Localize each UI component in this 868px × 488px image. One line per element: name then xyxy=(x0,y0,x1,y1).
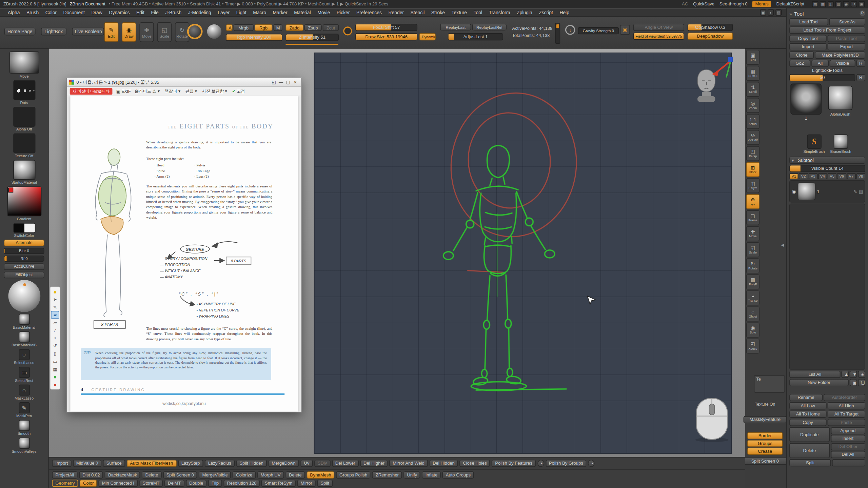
tool-button[interactable]: All xyxy=(811,60,829,67)
current-tool-thumbnail[interactable] xyxy=(790,84,821,115)
mask-by-feature-button[interactable]: MaskByFeature xyxy=(744,416,787,423)
bottom-shelf-button[interactable]: Polish By Groups xyxy=(546,460,587,467)
viewer-titlebar[interactable]: 0 - 비율, 리듬 > 1 (9).jpg [1/20] - 꿀뷰 5.35 … xyxy=(67,78,301,87)
tool-button[interactable]: Make PolyMesh3D xyxy=(815,52,865,59)
bottom-shelf-button[interactable]: DelMT xyxy=(164,480,184,487)
left-tray-thumbnail[interactable] xyxy=(19,349,30,360)
menubar-icon[interactable]: ▣ xyxy=(760,9,766,16)
left-tray-slider[interactable]: Blur 0 xyxy=(4,248,44,254)
fillobject-button[interactable]: FillObject FillObject FillObject xyxy=(4,272,44,279)
lsym-button[interactable]: ◫ L.Sym xyxy=(746,178,760,193)
bottom-shelf-button[interactable]: SDiv xyxy=(314,460,330,467)
tool-button[interactable]: R xyxy=(856,60,865,67)
left-tray-thumbnail[interactable] xyxy=(19,438,30,449)
undo-tool-icon[interactable]: ↺ xyxy=(51,342,59,350)
bottom-shelf-button[interactable]: LazyRadius xyxy=(205,460,235,467)
collapse-icon[interactable]: « xyxy=(789,11,792,16)
tool-button[interactable]: Export xyxy=(828,43,865,50)
titlebar-icon[interactable]: ◫ xyxy=(828,1,834,7)
paint-icon[interactable]: ✎ xyxy=(853,189,857,194)
tool-button[interactable]: Paste Tool xyxy=(827,35,865,42)
subtool-action-button[interactable]: AutoReorder xyxy=(824,394,865,401)
brush-preview-icon[interactable] xyxy=(187,24,203,39)
current-texture[interactable]: Texture Off Texture Off Texture Off xyxy=(4,133,44,158)
sculpt-mode-button[interactable]: Zcut xyxy=(323,24,339,31)
left-tray-slider[interactable]: Rf 0 xyxy=(4,256,44,262)
material-preview-icon[interactable] xyxy=(207,24,221,39)
subtool-action-button[interactable]: All To Target xyxy=(828,410,865,418)
green-swatch-icon[interactable]: ■ xyxy=(51,373,59,381)
subtool-view-tab[interactable]: V5 xyxy=(828,173,837,179)
tray-collapse-arrow[interactable]: ◄ xyxy=(780,242,785,248)
lightbox-button[interactable]: LightBox xyxy=(41,28,66,36)
shape-tool-icon[interactable]: ▱ xyxy=(51,319,59,326)
left-tray-thumbnail[interactable] xyxy=(19,367,30,378)
left-tray-thumbnail[interactable] xyxy=(9,52,39,74)
document-viewport[interactable] xyxy=(314,53,732,454)
highlighter-tool-icon[interactable]: ▰ xyxy=(51,311,59,319)
polyframe-button[interactable]: ▩ PolyF xyxy=(746,274,760,289)
shortcut-smoothvalleys[interactable]: SmoothValleys SmoothValleys SmoothValley… xyxy=(4,438,44,453)
bottom-shelf-button[interactable]: Auto Groups xyxy=(442,471,474,478)
del-other-button[interactable]: Del Other xyxy=(831,443,865,450)
subtool-section-header[interactable]: Subtool xyxy=(789,157,865,164)
menu-item[interactable]: Layer xyxy=(215,10,233,15)
menu-item[interactable]: Picker xyxy=(333,10,353,15)
scroll-button[interactable]: ⇅ Scroll xyxy=(746,82,760,97)
tool-button[interactable]: Save As xyxy=(829,18,865,25)
actual-button[interactable]: 1:1 Actual xyxy=(746,114,760,129)
bottom-shelf-button[interactable]: MergeVisible xyxy=(199,471,231,478)
bottom-shelf-button[interactable]: Double xyxy=(186,480,206,487)
subtool-view-tab[interactable]: V8 xyxy=(856,173,865,179)
bottom-shelf-button[interactable]: Split Hidden xyxy=(236,460,267,467)
left-tray-button[interactable]: FillObject xyxy=(4,272,44,279)
left-tray-thumbnail[interactable] xyxy=(8,280,40,312)
menu-item[interactable]: Render xyxy=(385,10,407,15)
deep-shadow-button[interactable]: DeepShadow xyxy=(688,33,733,40)
delete-button[interactable]: Delete xyxy=(789,443,829,458)
bulb-tool-icon[interactable]: ● xyxy=(51,288,59,296)
simplebrush-item[interactable]: S SimpleBrush xyxy=(804,135,825,154)
append-button[interactable]: Append xyxy=(831,427,865,434)
bottom-shelf-button[interactable]: Flip xyxy=(208,480,222,487)
menu-item[interactable]: Edit xyxy=(133,10,148,15)
alphabrush-thumbnail[interactable] xyxy=(828,86,852,110)
visible-count-slider[interactable]: Visible Count 14 xyxy=(789,165,865,172)
update-notice-button[interactable]: 새 버전이 나왔습니다 xyxy=(70,88,113,95)
move-3d-button[interactable]: ✚ Move xyxy=(746,226,760,241)
subtool-action-button[interactable]: ▲ xyxy=(842,371,849,378)
menu-item[interactable]: Light xyxy=(233,10,250,15)
subtool-action-button[interactable]: ◈ xyxy=(858,371,865,378)
angle-of-view-icon[interactable]: ◉ xyxy=(620,25,630,35)
bottom-shelf-button[interactable]: StoreMT xyxy=(139,480,163,487)
subtool-action-button[interactable]: All High xyxy=(827,402,865,409)
subtool-action-button[interactable]: ▼ xyxy=(850,371,857,378)
quicksave-slider[interactable]: 50 xyxy=(789,74,855,81)
left-tray-thumbnail[interactable] xyxy=(13,107,35,127)
move-mode-button[interactable]: ✚ Move xyxy=(139,22,154,42)
sculpt-mode-button[interactable]: Zadd xyxy=(285,24,303,31)
obj-shadow-slider[interactable]: ObjShadow 0.3 xyxy=(688,24,733,31)
switch-color[interactable]: SwitchColor SwitchColor SwitchColor xyxy=(4,223,44,238)
paint-mode-button[interactable]: A xyxy=(226,24,233,31)
home-page-button[interactable]: Home Page xyxy=(4,28,35,36)
viewer-menu-item[interactable]: 사진 보관함 ▾ xyxy=(202,88,227,94)
bottom-shelf-button[interactable]: ProjectAll xyxy=(52,471,77,478)
rf-slider[interactable]: Rf 0 Rf 0 Rf 0 xyxy=(4,256,44,262)
viewer-menu-item[interactable]: 고정 xyxy=(232,88,245,94)
left-tray-thumbnail[interactable] xyxy=(13,80,35,100)
bottom-shelf-button[interactable]: Split Screen 0 xyxy=(163,471,197,478)
bottom-shelf-button[interactable]: Dist 0.02 xyxy=(79,471,103,478)
bottom-shelf-button[interactable]: Mirror xyxy=(297,480,316,487)
mesh-icon[interactable]: ▧ xyxy=(859,189,863,194)
replay-last-button[interactable]: ReplayLast xyxy=(440,24,471,30)
left-tray-thumbnail[interactable] xyxy=(13,223,35,233)
bottom-shelf-button[interactable]: Delete xyxy=(142,471,161,478)
bottom-shelf-button[interactable]: MidValue 0 xyxy=(73,460,101,467)
zoom-button[interactable]: ◎ Zoom xyxy=(746,98,760,113)
subtool-view-tab[interactable]: V1 xyxy=(789,173,798,179)
subtool-action-button[interactable]: ▣ xyxy=(850,379,857,386)
subtool-action-button[interactable]: Rename xyxy=(789,394,823,401)
live-boolean-button[interactable]: Live Boolean xyxy=(72,28,104,36)
edit-mode-button[interactable]: ✎ Edit xyxy=(104,22,118,42)
